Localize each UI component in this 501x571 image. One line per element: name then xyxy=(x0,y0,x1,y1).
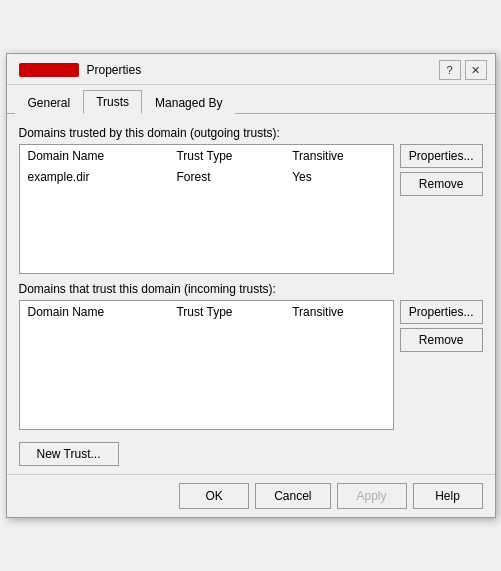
ok-button[interactable]: OK xyxy=(179,483,249,509)
outgoing-col-domain: Domain Name xyxy=(20,145,169,167)
tab-managedby[interactable]: Managed By xyxy=(142,91,235,114)
title-bar: Properties ? ✕ xyxy=(7,54,495,85)
outgoing-side-buttons: Properties... Remove xyxy=(400,144,483,196)
incoming-label: Domains that trust this domain (incoming… xyxy=(19,282,483,296)
properties-dialog: Properties ? ✕ General Trusts Managed By… xyxy=(6,53,496,518)
new-trust-row: New Trust... xyxy=(19,438,483,466)
tabs-row: General Trusts Managed By xyxy=(7,85,495,114)
dialog-body: Domains trusted by this domain (outgoing… xyxy=(7,114,495,474)
title-icon xyxy=(19,63,79,77)
incoming-col-domain: Domain Name xyxy=(20,301,169,323)
incoming-side-buttons: Properties... Remove xyxy=(400,300,483,352)
outgoing-label: Domains trusted by this domain (outgoing… xyxy=(19,126,483,140)
incoming-remove-button[interactable]: Remove xyxy=(400,328,483,352)
outgoing-col-trusttype: Trust Type xyxy=(168,145,284,167)
incoming-table-container: Domain Name Trust Type Transitive xyxy=(19,300,394,430)
outgoing-row-trusttype: Forest xyxy=(168,167,284,187)
help-button[interactable]: Help xyxy=(413,483,483,509)
dialog-title: Properties xyxy=(87,63,142,77)
incoming-properties-button[interactable]: Properties... xyxy=(400,300,483,324)
incoming-col-transitive: Transitive xyxy=(284,301,393,323)
outgoing-section: Domains trusted by this domain (outgoing… xyxy=(19,126,483,274)
tab-trusts[interactable]: Trusts xyxy=(83,90,142,114)
outgoing-table-container: Domain Name Trust Type Transitive exampl… xyxy=(19,144,394,274)
incoming-section: Domains that trust this domain (incoming… xyxy=(19,282,483,430)
help-title-button[interactable]: ? xyxy=(439,60,461,80)
outgoing-col-transitive: Transitive xyxy=(284,145,393,167)
incoming-col-trusttype: Trust Type xyxy=(168,301,284,323)
table-row[interactable]: example.dir Forest Yes xyxy=(20,167,393,187)
close-title-button[interactable]: ✕ xyxy=(465,60,487,80)
outgoing-remove-button[interactable]: Remove xyxy=(400,172,483,196)
incoming-table: Domain Name Trust Type Transitive xyxy=(20,301,393,323)
incoming-trust-section: Domain Name Trust Type Transitive Proper… xyxy=(19,300,483,430)
outgoing-row-transitive: Yes xyxy=(284,167,393,187)
cancel-button[interactable]: Cancel xyxy=(255,483,330,509)
outgoing-table: Domain Name Trust Type Transitive exampl… xyxy=(20,145,393,187)
outgoing-properties-button[interactable]: Properties... xyxy=(400,144,483,168)
new-trust-button[interactable]: New Trust... xyxy=(19,442,119,466)
outgoing-trust-section: Domain Name Trust Type Transitive exampl… xyxy=(19,144,483,274)
apply-button[interactable]: Apply xyxy=(337,483,407,509)
outgoing-row-domain: example.dir xyxy=(20,167,169,187)
dialog-footer: OK Cancel Apply Help xyxy=(7,474,495,517)
tab-general[interactable]: General xyxy=(15,91,84,114)
